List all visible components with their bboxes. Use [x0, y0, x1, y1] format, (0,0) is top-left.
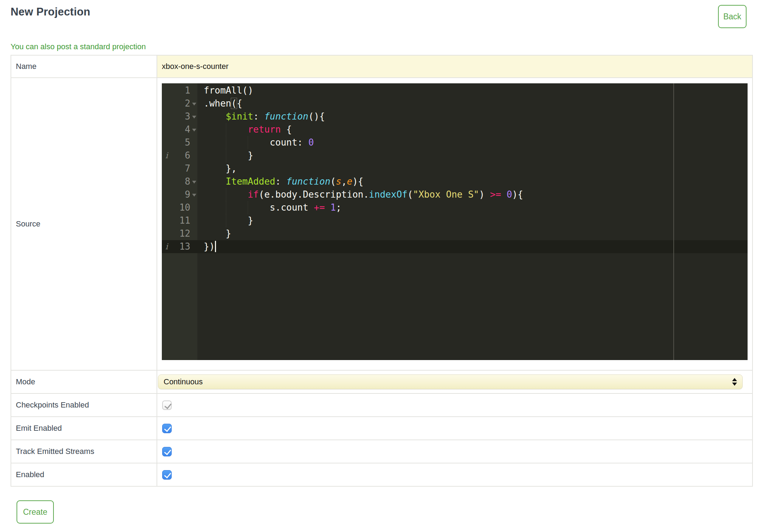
- table-row: Checkpoints Enabled: [11, 393, 753, 417]
- fold-caret-icon[interactable]: [192, 103, 196, 105]
- gutter-line-8: 8: [162, 175, 197, 188]
- table-row: Name xbox-one-s-counter: [11, 55, 753, 78]
- code-line-7: },: [197, 162, 748, 175]
- gutter-line-2: 2: [162, 97, 197, 110]
- gutter-line-9: 9: [162, 188, 197, 201]
- table-row: Mode Continuous: [11, 370, 753, 393]
- track-emitted-streams-checkbox[interactable]: [162, 447, 172, 456]
- mode-selected-value: Continuous: [164, 377, 203, 386]
- page: New Projection Back You can also post a …: [11, 0, 753, 531]
- back-button[interactable]: Back: [718, 5, 747, 28]
- mode-label: Mode: [11, 370, 157, 393]
- gutter-line-11: 11: [162, 214, 197, 227]
- fold-caret-icon[interactable]: [192, 181, 196, 184]
- code-line-13: }): [197, 240, 748, 253]
- fold-caret-icon[interactable]: [192, 194, 196, 197]
- checkpoints-enabled-checkbox: [162, 400, 172, 410]
- enabled-checkbox[interactable]: [162, 470, 172, 480]
- enabled-label: Enabled: [11, 463, 157, 486]
- gutter-line-4: 4: [162, 123, 197, 136]
- name-label: Name: [11, 55, 157, 78]
- gutter-line-1: 1: [162, 84, 197, 97]
- code-line-10: s.count += 1;: [197, 201, 748, 214]
- code-line-4: return {: [197, 123, 748, 136]
- code-line-12: }: [197, 227, 748, 240]
- code-line-5: count: 0: [197, 136, 748, 149]
- page-title: New Projection: [11, 6, 90, 18]
- source-code-editor[interactable]: 12345i6789101112i13 fromAll().when({$ini…: [162, 83, 748, 360]
- source-label: Source: [11, 78, 157, 370]
- print-margin-line: [673, 83, 674, 360]
- fold-caret-icon[interactable]: [192, 116, 196, 118]
- checkpoints-enabled-label: Checkpoints Enabled: [11, 393, 157, 417]
- gutter-line-10: 10: [162, 201, 197, 214]
- editor-gutter: 12345i6789101112i13: [162, 83, 197, 360]
- top-bar: New Projection Back: [11, 0, 753, 30]
- table-row: Emit Enabled: [11, 417, 753, 440]
- gutter-line-6: i6: [162, 149, 197, 162]
- name-input[interactable]: xbox-one-s-counter: [157, 56, 752, 77]
- gutter-line-12: 12: [162, 227, 197, 240]
- code-line-1: fromAll(): [197, 84, 748, 97]
- code-line-11: }: [197, 214, 748, 227]
- gutter-line-7: 7: [162, 162, 197, 175]
- fold-caret-icon[interactable]: [192, 129, 196, 132]
- gutter-line-13: i13: [162, 240, 197, 253]
- table-row: Enabled: [11, 463, 753, 486]
- emit-enabled-checkbox[interactable]: [162, 424, 172, 433]
- code-line-2: .when({: [197, 97, 748, 110]
- code-line-3: $init: function(){: [197, 110, 748, 123]
- projection-form-table: Name xbox-one-s-counter Source 12345i678…: [11, 55, 753, 487]
- mode-select[interactable]: Continuous: [158, 374, 743, 389]
- gutter-line-3: 3: [162, 110, 197, 123]
- table-row: Track Emitted Streams: [11, 440, 753, 463]
- track-emitted-streams-label: Track Emitted Streams: [11, 440, 157, 463]
- code-line-8: ItemAdded: function(s,e){: [197, 175, 748, 188]
- create-button[interactable]: Create: [17, 500, 54, 524]
- editor-code[interactable]: fromAll().when({$init: function(){return…: [197, 83, 748, 360]
- select-arrows-icon: [732, 378, 737, 386]
- form-table-body: Name xbox-one-s-counter Source 12345i678…: [11, 55, 753, 486]
- code-line-6: }: [197, 149, 748, 162]
- info-annotation-icon: i: [165, 240, 168, 253]
- gutter-line-5: 5: [162, 136, 197, 149]
- info-annotation-icon: i: [165, 149, 168, 162]
- emit-enabled-label: Emit Enabled: [11, 417, 157, 440]
- standard-projection-link[interactable]: You can also post a standard projection: [11, 42, 146, 51]
- table-row: Source 12345i6789101112i13 fromAll().whe…: [11, 78, 753, 370]
- text-cursor: [215, 241, 216, 252]
- code-line-9: if(e.body.Description.indexOf("Xbox One …: [197, 188, 748, 201]
